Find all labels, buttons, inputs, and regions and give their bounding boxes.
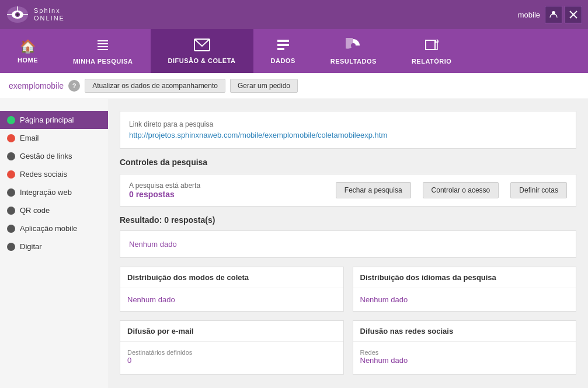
list-icon <box>96 38 110 55</box>
nav-difusao-label: DIFUSÃO & COLETA <box>168 57 236 64</box>
sidebar-item-gestao-links[interactable]: Gestão de links <box>0 147 108 165</box>
sidebar-item-pagina-principal[interactable]: Página principal <box>0 111 108 129</box>
status-dot-gray-mobile <box>7 225 15 233</box>
dados-icon <box>276 39 290 55</box>
sidebar: Página principal Email Gestão de links R… <box>0 99 108 388</box>
svg-rect-16 <box>277 44 289 46</box>
breadcrumb-bar: exemplomobile ? Atualizar os dados de ac… <box>0 73 588 99</box>
status-dot-gray-integracao <box>7 188 15 197</box>
sidebar-label-digitar: Digitar <box>20 242 42 251</box>
nav-dados-label: DADOS <box>271 57 295 64</box>
sidebar-label-aplicacao-mobile: Aplicação mobile <box>20 224 77 233</box>
social-section: Difusão nas redes sociais Redes Nenhum d… <box>353 320 577 375</box>
nav-home[interactable]: 🏠 HOME <box>0 29 55 73</box>
controls-inner: A pesquisa está aberta 0 respostas Fecha… <box>120 174 576 206</box>
sidebar-label-gestao-links: Gestão de links <box>20 152 72 160</box>
app-subtitle: ONLINE <box>34 15 65 22</box>
svg-rect-12 <box>98 46 108 47</box>
status-area: A pesquisa está aberta 0 respostas <box>129 181 324 199</box>
close-button[interactable] <box>565 6 582 23</box>
status-dot-gray-qr <box>7 207 15 215</box>
controls-title: Controles da pesquisa <box>120 158 576 167</box>
breadcrumb-project: exemplomobile <box>9 81 64 90</box>
social-redes-label: Redes <box>360 349 569 356</box>
dist-lang-header: Distribuição dos idiomas da pesquisa <box>353 267 576 288</box>
status-count: 0 respostas <box>129 190 324 199</box>
top-right-controls: mobile <box>518 6 582 23</box>
define-quotas-btn[interactable]: Definir cotas <box>510 182 567 198</box>
svg-point-3 <box>16 13 19 16</box>
svg-rect-10 <box>98 40 108 41</box>
control-access-btn[interactable]: Controlar o acesso <box>423 182 499 198</box>
nav-difusao-coleta[interactable]: DIFUSÃO & COLETA <box>151 29 253 73</box>
social-section-title: Difusão nas redes sociais <box>353 321 576 342</box>
chart-icon <box>346 38 361 55</box>
email-social-row: Difusão por e-mail Destinatários definid… <box>120 320 576 375</box>
link-card: Link direto para a pesquisa http://proje… <box>120 111 576 149</box>
main-layout: Página principal Email Gestão de links R… <box>0 99 588 388</box>
social-no-data: Nenhum dado <box>360 356 569 365</box>
nav-minha-pesquisa[interactable]: MINHA PESQUISA <box>55 29 151 73</box>
help-button[interactable]: ? <box>68 80 80 92</box>
logo-text: Sphinx ONLINE <box>34 7 65 22</box>
dist-lang-card: Distribuição dos idiomas da pesquisa Nen… <box>353 267 577 312</box>
content-area: Link direto para a pesquisa http://proje… <box>108 99 588 388</box>
user-button[interactable] <box>545 6 562 23</box>
status-dot-gray-gestao <box>7 152 15 160</box>
link-url[interactable]: http://projetos.sphinxnaweb.com/mobile/e… <box>129 131 387 139</box>
sidebar-item-redes-sociais[interactable]: Redes sociais <box>0 165 108 183</box>
svg-rect-17 <box>277 48 284 50</box>
email-recipients-row: Destinatários definidos 0 <box>127 349 336 365</box>
sidebar-label-qr-code: QR code <box>20 206 50 215</box>
nav-home-label: HOME <box>18 57 38 64</box>
nav-relatorio-label: RELATÓRIO <box>412 58 451 65</box>
dist-lang-body: Nenhum dado <box>353 288 576 311</box>
mail-icon <box>194 39 210 55</box>
distributions-row: Distribuição dos modos de coleta Nenhum … <box>120 267 576 312</box>
sidebar-label-redes-sociais: Redes sociais <box>20 170 67 179</box>
nav-minha-pesquisa-label: MINHA PESQUISA <box>73 58 133 65</box>
sidebar-label-email: Email <box>20 134 39 142</box>
sidebar-item-aplicacao-mobile[interactable]: Aplicação mobile <box>0 219 108 237</box>
dist-modes-header: Distribuição dos modos de coleta <box>120 267 343 288</box>
nav-bar: 🏠 HOME MINHA PESQUISA DIFUSÃO & COLETA <box>0 29 588 73</box>
sidebar-item-digitar[interactable]: Digitar <box>0 237 108 256</box>
order-btn[interactable]: Gerar um pedido <box>230 79 298 93</box>
social-body: Redes Nenhum dado <box>353 342 576 374</box>
top-bar: Sphinx ONLINE mobile <box>0 0 588 29</box>
result-title: Resultado: 0 resposta(s) <box>120 215 576 225</box>
dist-modes-body: Nenhum dado <box>120 288 343 311</box>
email-section-title: Difusão por e-mail <box>120 321 343 342</box>
status-dot-gray-digitar <box>7 243 15 251</box>
email-body: Destinatários definidos 0 <box>120 342 343 374</box>
sidebar-item-email[interactable]: Email <box>0 129 108 147</box>
user-label: mobile <box>518 11 540 19</box>
nav-dados[interactable]: DADOS <box>253 29 313 73</box>
app-title: Sphinx <box>34 7 65 15</box>
sidebar-label-pagina-principal: Página principal <box>20 116 74 124</box>
sidebar-item-qr-code[interactable]: QR code <box>0 201 108 219</box>
controls-card: A pesquisa está aberta 0 respostas Fecha… <box>120 174 576 207</box>
status-dot-red-email <box>7 134 15 142</box>
nav-relatorio[interactable]: RELATÓRIO <box>394 29 469 73</box>
nav-resultados[interactable]: RESULTADOS <box>313 29 394 73</box>
logo-icon <box>6 3 29 26</box>
svg-rect-15 <box>277 40 289 42</box>
report-icon <box>423 38 440 55</box>
result-no-data: Nenhum dado <box>120 230 576 258</box>
close-survey-btn[interactable]: Fechar a pesquisa <box>336 182 411 198</box>
svg-point-18 <box>351 43 356 48</box>
update-btn[interactable]: Atualizar os dados de acompanhamento <box>85 79 225 93</box>
svg-rect-13 <box>98 49 108 50</box>
logo-area: Sphinx ONLINE <box>6 3 65 26</box>
svg-rect-11 <box>98 43 108 44</box>
nav-resultados-label: RESULTADOS <box>330 58 377 65</box>
status-dot-green <box>7 116 15 124</box>
status-label: A pesquisa está aberta <box>129 181 324 190</box>
dist-modes-card: Distribuição dos modos de coleta Nenhum … <box>120 267 344 312</box>
sidebar-item-integracao-web[interactable]: Integração web <box>0 183 108 201</box>
email-recipients-value: 0 <box>127 356 336 365</box>
status-dot-red-redes <box>7 170 15 179</box>
social-redes-row: Redes Nenhum dado <box>360 349 569 365</box>
sidebar-label-integracao-web: Integração web <box>20 188 72 197</box>
